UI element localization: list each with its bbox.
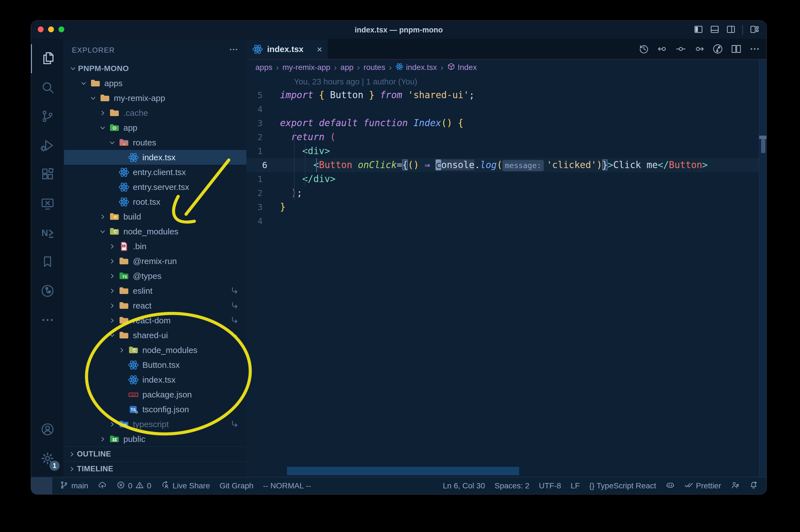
status-item-formatter[interactable]: Prettier [684, 477, 721, 494]
tree-root-pnpm-mono[interactable]: PNPM-MONO [64, 61, 246, 76]
tree-item-typescript[interactable]: TStypescript [64, 417, 246, 432]
breadcrumb-item-index.tsx[interactable]: index.tsx [395, 62, 437, 73]
status-item-cursor-position[interactable]: Ln 6, Col 30 [443, 477, 485, 494]
tree-item-build[interactable]: build [64, 209, 246, 224]
status-item-vim-mode[interactable]: -- NORMAL -- [263, 477, 311, 494]
split-editor-icon[interactable] [731, 43, 742, 56]
tree-item-index.tsx[interactable]: index.tsx [64, 150, 246, 165]
sidebar-section-outline[interactable]: OUTLINE [64, 446, 246, 461]
status-item-language-mode[interactable]: {} TypeScript React [589, 477, 656, 494]
close-tab-icon[interactable]: × [317, 44, 322, 54]
tree-item-my-remix-app[interactable]: my-remix-app [64, 91, 246, 106]
sidebar-section-timeline[interactable]: TIMELINE [64, 461, 246, 476]
breadcrumb-item-my-remix-app[interactable]: my-remix-app [283, 63, 330, 72]
code-line[interactable]: 4 [246, 102, 759, 116]
activity-bar-item-search[interactable] [31, 73, 64, 102]
status-item-copilot[interactable] [666, 477, 675, 494]
code-line[interactable]: 5import { Button } from 'shared-ui'; [246, 88, 759, 102]
previous-change-icon[interactable] [657, 43, 668, 56]
horizontal-scrollbar[interactable] [287, 467, 519, 475]
line-number[interactable]: 1 [246, 172, 280, 186]
more-actions-icon[interactable] [749, 43, 760, 56]
tree-item-entry.client.tsx[interactable]: entry.client.tsx [64, 165, 246, 179]
breadcrumb-item-Index[interactable]: Index [447, 62, 477, 73]
tree-item-.cache[interactable]: .cache [64, 106, 246, 120]
tree-item-node_modules[interactable]: JSnode_modules [64, 343, 246, 358]
tree-item-routes[interactable]: routes [64, 135, 246, 150]
tree-item-apps[interactable]: apps [64, 76, 246, 91]
activity-bar-item-bookmarks[interactable] [31, 248, 64, 277]
tree-item-package.json[interactable]: npmpackage.json [64, 387, 246, 402]
tree-item-root.tsx[interactable]: root.tsx [64, 194, 246, 209]
customize-layout-icon[interactable] [750, 25, 759, 35]
line-number[interactable]: 4 [246, 102, 280, 116]
timeline-history-icon[interactable] [638, 43, 649, 56]
next-change-icon[interactable] [694, 43, 705, 56]
toggle-primary-sidebar-icon[interactable] [694, 25, 703, 35]
remote-indicator[interactable] [31, 477, 52, 494]
toggle-secondary-sidebar-icon[interactable] [726, 25, 736, 35]
activity-bar-item-gitlens[interactable] [31, 277, 64, 306]
tree-item-Button.tsx[interactable]: Button.tsx [64, 358, 246, 372]
line-number[interactable]: 3 [246, 200, 280, 214]
tree-item-entry.server.tsx[interactable]: entry.server.tsx [64, 179, 246, 194]
status-item-git-graph[interactable]: Git Graph [220, 477, 253, 494]
code-line[interactable]: 1 </div> [246, 172, 759, 186]
status-item-eol[interactable]: LF [571, 477, 580, 494]
activity-bar-item-remote-explorer[interactable] [31, 190, 64, 219]
status-item-indentation[interactable]: Spaces: 2 [495, 477, 530, 494]
status-item-feedback[interactable] [731, 477, 740, 494]
tree-item-app[interactable]: app [64, 120, 246, 135]
activity-bar-item-extensions[interactable] [31, 160, 64, 190]
activity-bar-item-source-control[interactable] [31, 102, 64, 131]
tree-item-@types[interactable]: TS@types [64, 268, 246, 283]
tree-item-@remix-run[interactable]: @remix-run [64, 254, 246, 268]
tree-item-eslint[interactable]: eslint [64, 283, 246, 298]
breadcrumb-item-apps[interactable]: apps [255, 63, 272, 72]
tree-item-public[interactable]: public [64, 432, 246, 446]
code-line[interactable]: 2 ); [246, 186, 759, 200]
tree-item-react[interactable]: react [64, 298, 246, 313]
line-number[interactable]: 2 [246, 186, 280, 200]
toggle-panel-icon[interactable] [710, 25, 720, 35]
tree-item-shared-ui[interactable]: shared-ui [64, 328, 246, 343]
line-number[interactable]: 3 [246, 116, 280, 130]
line-number[interactable]: 2 [246, 130, 280, 144]
code-editor[interactable]: You, 23 hours ago | 1 author (You) 5impo… [246, 75, 759, 477]
file-history-graph-icon[interactable] [712, 43, 723, 56]
tree-item-node_modules[interactable]: JSnode_modules [64, 224, 246, 239]
code-line[interactable]: 1 <div> [246, 144, 759, 158]
tree-item-index.tsx[interactable]: index.tsx [64, 372, 246, 387]
status-item-live-share[interactable]: Live Share [161, 477, 210, 494]
activity-bar-item-nx-console[interactable]: N [31, 219, 64, 248]
code-line[interactable]: 3} [246, 200, 759, 214]
minimap-thumb[interactable] [759, 136, 767, 139]
titlebar[interactable]: index.tsx — pnpm-mono [31, 21, 766, 39]
tab-index-tsx[interactable]: index.tsx × [246, 39, 328, 59]
status-item-sync-changes[interactable] [98, 477, 107, 494]
status-item-notifications[interactable] [749, 477, 758, 494]
activity-bar-item-explorer[interactable] [31, 44, 64, 73]
breadcrumb-item-app[interactable]: app [340, 63, 354, 72]
code-line[interactable]: 4 [246, 214, 759, 228]
activity-bar-item-accounts[interactable] [31, 415, 64, 444]
code-line[interactable]: 3export default function Index() { [246, 116, 759, 130]
status-item-problems[interactable]: 00 [116, 477, 151, 494]
tree-item-.bin[interactable]: 0110.bin [64, 239, 246, 254]
code-line[interactable]: 2 return ( [246, 130, 759, 144]
activity-bar-item-run-and-debug[interactable] [31, 131, 64, 160]
tree-item-react-dom[interactable]: react-dom [64, 313, 246, 328]
minimap-thumb-stem[interactable] [761, 139, 765, 153]
activity-bar-item-additional-views[interactable] [31, 306, 64, 335]
breadcrumb-item-routes[interactable]: routes [364, 63, 385, 72]
status-item-encoding[interactable]: UTF-8 [539, 477, 561, 494]
sidebar-more-actions-icon[interactable] [229, 44, 239, 56]
line-number[interactable]: 5 [246, 88, 280, 102]
activity-bar-item-settings[interactable]: 1 [31, 444, 64, 474]
current-change-icon[interactable] [675, 43, 686, 56]
tree-item-tsconfig.json[interactable]: TStsconfig.json [64, 402, 246, 417]
status-item-git-branch[interactable]: main [60, 477, 89, 494]
line-number[interactable]: 4 [246, 214, 280, 228]
line-number[interactable]: 1 [246, 144, 280, 158]
minimap-scrollbar[interactable] [759, 60, 767, 477]
